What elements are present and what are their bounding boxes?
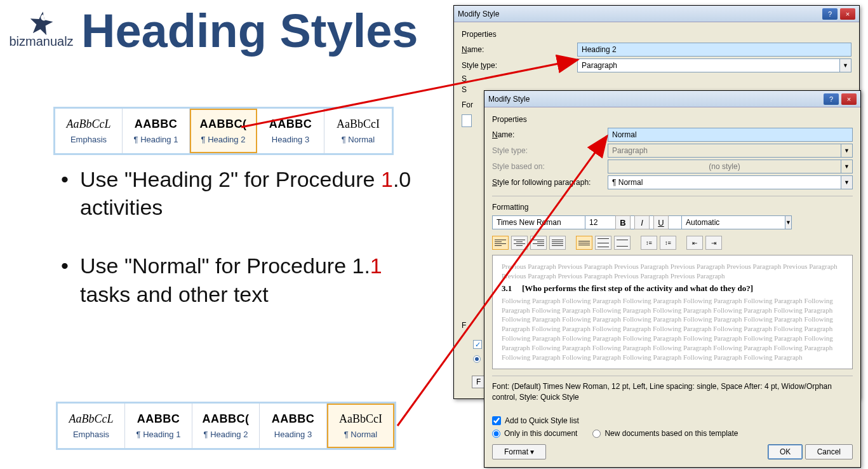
dialog-title: Modify Style [488, 95, 530, 104]
s-label: S [462, 74, 572, 83]
align-right-button[interactable] [530, 236, 547, 250]
name-field[interactable] [608, 128, 853, 142]
logo-text: bizmanualz [6, 34, 76, 49]
para-space-inc-button[interactable]: ↕≡ [641, 236, 657, 250]
radio-partial[interactable] [473, 355, 481, 363]
based-field [608, 160, 841, 173]
only-document-label: Only in this document [504, 429, 577, 438]
follow-field[interactable] [608, 175, 841, 189]
preview-ghost-after: Following Paragraph Following Paragraph … [502, 296, 843, 362]
font-family-field[interactable] [492, 215, 596, 229]
dropdown-icon[interactable]: ▼ [840, 58, 851, 72]
style-gallery-bottom: AaBbCcLEmphasis AABBC¶ Heading 1 AABBC(¶… [56, 402, 396, 450]
format-button[interactable]: Format ▾ [492, 444, 546, 459]
bold-button[interactable]: B [615, 215, 631, 229]
style-description: Font: (Default) Times New Roman, 12 pt, … [492, 376, 853, 403]
name-field[interactable] [577, 43, 851, 57]
align-center-button[interactable] [511, 236, 528, 250]
quick-style-label: Add to Quick Style list [505, 416, 579, 425]
name-label: Name: [462, 45, 572, 54]
dropdown-icon[interactable]: ▼ [785, 215, 792, 229]
underline-button[interactable]: U [653, 215, 669, 229]
bullet-list: Use "Heading 2" for Procedure 1.0 activi… [61, 165, 423, 339]
dialog-title: Modify Style [458, 10, 499, 18]
indent-dec-button[interactable]: ⇤ [686, 236, 703, 250]
italic-button[interactable]: I [634, 215, 650, 229]
cancel-button[interactable]: Cancel [805, 444, 853, 459]
tile-heading2[interactable]: AABBC(¶ Heading 2 [192, 404, 260, 448]
tile-heading2[interactable]: AABBC(¶ Heading 2 [190, 109, 257, 153]
tile-normal[interactable]: AaBbCcI¶ Normal [324, 109, 392, 153]
ok-button[interactable]: OK [768, 444, 803, 459]
para-space-dec-button[interactable]: ↕≡ [660, 236, 676, 250]
tile-emphasis[interactable]: AaBbCcLEmphasis [58, 404, 125, 448]
preview-ghost-before: Previous Paragraph Previous Paragraph Pr… [502, 262, 843, 281]
dialog-titlebar[interactable]: Modify Style ? × [484, 91, 860, 107]
dropdown-icon: ▼ [841, 160, 853, 173]
logo: bizmanualz [6, 11, 76, 49]
logo-star-icon [29, 10, 55, 36]
page-title: Heading Styles [81, 4, 418, 58]
type-field[interactable] [577, 58, 840, 72]
align-justify-button[interactable] [549, 236, 566, 250]
type-field [608, 144, 841, 158]
template-radio[interactable] [592, 430, 601, 438]
tile-emphasis[interactable]: AaBbCcLEmphasis [55, 109, 123, 153]
bullet-item-2: Use "Normal" for Procedure 1.1 tasks and… [61, 252, 423, 308]
only-document-radio[interactable] [492, 430, 500, 438]
linespacing-2-button[interactable] [614, 236, 631, 250]
close-button[interactable]: × [841, 93, 857, 105]
style-gallery-top: AaBbCcLEmphasis AABBC¶ Heading 1 AABBC(¶… [53, 107, 394, 155]
dropdown-icon: ▼ [841, 144, 853, 158]
f-label: F [462, 321, 466, 330]
properties-group-label: Properties [492, 115, 853, 124]
tile-heading1[interactable]: AABBC¶ Heading 1 [125, 404, 192, 448]
bullet-item-1: Use "Heading 2" for Procedure 1.0 activi… [61, 165, 423, 221]
tile-heading3[interactable]: AABBCHeading 3 [260, 404, 327, 448]
modify-style-dialog-normal: Modify Style ? × Properties Name: Style … [484, 90, 861, 468]
help-button[interactable]: ? [824, 93, 839, 105]
close-button[interactable]: × [840, 8, 855, 20]
type-label: Style type: [462, 61, 572, 70]
preview-sample-text: 3.1[Who performs the first step of the a… [502, 283, 843, 294]
tile-normal[interactable]: AaBbCcI¶ Normal [327, 404, 394, 448]
based-label: Style based on: [492, 162, 603, 171]
color-field[interactable] [681, 215, 785, 229]
template-label: New documents based on this template [604, 429, 738, 438]
formatting-group-label: Formatting [492, 203, 853, 212]
help-button[interactable]: ? [822, 8, 838, 20]
linespacing-1-button[interactable] [576, 236, 592, 250]
checkbox-partial[interactable]: ✓ [473, 340, 482, 349]
linespacing-15-button[interactable] [595, 236, 611, 250]
dropdown-icon[interactable]: ▼ [841, 175, 853, 189]
follow-label: Style for following paragraph: [492, 178, 603, 187]
type-label: Style type: [492, 146, 603, 155]
align-left-button[interactable] [492, 236, 509, 250]
properties-group-label: Properties [462, 30, 851, 39]
indent-inc-button[interactable]: ⇥ [705, 236, 722, 250]
tile-heading1[interactable]: AABBC¶ Heading 1 [123, 109, 190, 153]
tile-heading3[interactable]: AABBCHeading 3 [257, 109, 324, 153]
quick-style-checkbox[interactable] [492, 416, 501, 425]
preview-pane: Previous Paragraph Previous Paragraph Pr… [492, 255, 853, 369]
name-label: Name: [492, 130, 603, 139]
dialog-titlebar[interactable]: Modify Style ? × [454, 6, 859, 22]
font-field-partial[interactable] [462, 114, 472, 127]
